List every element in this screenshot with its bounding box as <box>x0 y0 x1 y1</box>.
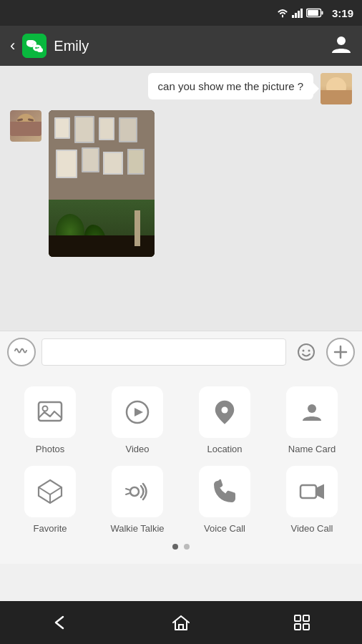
svg-rect-6 <box>308 10 318 16</box>
svg-line-28 <box>126 489 130 490</box>
svg-rect-1 <box>295 13 297 18</box>
action-favorite[interactable]: Favorite <box>10 466 90 534</box>
recents-nav-icon <box>292 613 312 633</box>
svg-rect-35 <box>295 624 300 630</box>
battery-icon <box>306 8 323 18</box>
voice-call-icon-box <box>199 466 250 517</box>
svg-rect-2 <box>298 11 300 18</box>
action-photos[interactable]: Photos <box>10 386 90 454</box>
actions-grid: Photos Video Location <box>10 386 352 534</box>
signal-icon <box>292 8 303 18</box>
home-nav-button[interactable] <box>163 610 199 635</box>
status-bar: 3:19 <box>0 0 362 26</box>
walkie-talkie-icon-box <box>112 466 163 517</box>
name-card-label: Name Card <box>288 444 336 454</box>
walkie-talkie-label: Walkie Talkie <box>110 523 164 534</box>
svg-rect-20 <box>39 402 62 421</box>
svg-rect-30 <box>300 485 316 498</box>
back-nav-button[interactable] <box>42 610 78 635</box>
action-video-call[interactable]: Video Call <box>272 466 352 534</box>
location-label: Location <box>207 444 242 454</box>
wifi-icon <box>276 8 289 18</box>
svg-rect-3 <box>300 9 303 18</box>
video-icon-box <box>112 386 163 438</box>
svg-point-16 <box>303 349 305 351</box>
profile-button[interactable] <box>331 33 352 59</box>
map-pin-icon <box>212 399 238 425</box>
emily-avatar <box>10 110 41 142</box>
action-name-card[interactable]: Name Card <box>272 386 352 454</box>
svg-point-11 <box>31 43 34 45</box>
person-icon <box>331 33 352 54</box>
title-bar-left: ‹ Emily <box>10 34 89 58</box>
action-location[interactable]: Location <box>185 386 265 454</box>
avatar-right <box>321 73 352 104</box>
wechat-logo <box>22 34 47 58</box>
box-icon <box>37 479 63 504</box>
home-nav-icon <box>171 613 191 633</box>
speaker-waves-icon <box>124 479 150 504</box>
voice-button[interactable] <box>7 338 36 366</box>
video-call-label: Video Call <box>290 523 333 534</box>
favorite-label: Favorite <box>34 523 67 534</box>
svg-point-9 <box>33 45 41 52</box>
svg-point-15 <box>298 344 314 360</box>
svg-point-13 <box>38 47 40 49</box>
svg-rect-36 <box>303 624 309 630</box>
name-card-icon-box <box>286 386 338 438</box>
svg-rect-34 <box>303 615 309 621</box>
video-call-icon-box <box>286 466 338 517</box>
chat-area: can you show me the picture ? <box>0 66 362 331</box>
favorite-icon-box <box>24 466 76 517</box>
actions-panel: Photos Video Location <box>0 372 362 564</box>
svg-point-27 <box>130 487 139 496</box>
video-camera-icon <box>299 479 325 504</box>
svg-rect-5 <box>321 11 323 15</box>
back-button[interactable]: ‹ <box>10 36 15 55</box>
svg-point-25 <box>308 404 316 413</box>
phone-icon <box>212 479 238 504</box>
svg-point-12 <box>36 47 38 49</box>
status-icons: 3:19 <box>276 7 353 19</box>
svg-point-14 <box>337 36 346 45</box>
play-circle-icon <box>124 399 150 425</box>
svg-rect-0 <box>292 15 294 18</box>
bottom-nav <box>0 601 362 644</box>
action-walkie-talkie[interactable]: Walkie Talkie <box>97 466 177 534</box>
svg-rect-32 <box>179 625 183 630</box>
status-time: 3:19 <box>332 7 353 19</box>
svg-point-17 <box>308 349 310 351</box>
svg-line-29 <box>126 493 130 494</box>
page-dot-2 <box>184 544 190 550</box>
video-label: Video <box>125 444 149 454</box>
svg-point-24 <box>222 407 228 414</box>
plus-button[interactable] <box>326 338 355 366</box>
action-video[interactable]: Video <box>97 386 177 454</box>
title-bar: ‹ Emily <box>0 26 362 66</box>
action-voice-call[interactable]: Voice Call <box>185 466 265 534</box>
emoji-icon <box>297 343 315 361</box>
message-row-photo <box>10 110 352 257</box>
emoji-button[interactable] <box>292 338 321 366</box>
photos-label: Photos <box>36 444 64 454</box>
location-icon-box <box>199 386 250 438</box>
wechat-logo-svg <box>22 34 47 58</box>
voice-icon <box>14 344 29 360</box>
photos-icon-box <box>24 386 76 438</box>
page-indicator <box>10 534 352 557</box>
input-area <box>0 331 362 372</box>
back-nav-icon <box>50 613 70 633</box>
page-dot-1 <box>172 544 178 550</box>
svg-marker-31 <box>316 485 323 498</box>
svg-point-10 <box>29 43 31 45</box>
voice-call-label: Voice Call <box>204 523 245 534</box>
person-card-icon <box>299 399 325 425</box>
svg-marker-23 <box>134 408 143 416</box>
contact-name: Emily <box>54 38 89 54</box>
message-input[interactable] <box>41 338 286 366</box>
svg-rect-33 <box>295 615 300 621</box>
recents-nav-button[interactable] <box>284 610 320 635</box>
message-row-text: can you show me the picture ? <box>10 73 352 104</box>
message-text: can you show me the picture ? <box>158 80 303 92</box>
plus-icon <box>333 344 348 360</box>
